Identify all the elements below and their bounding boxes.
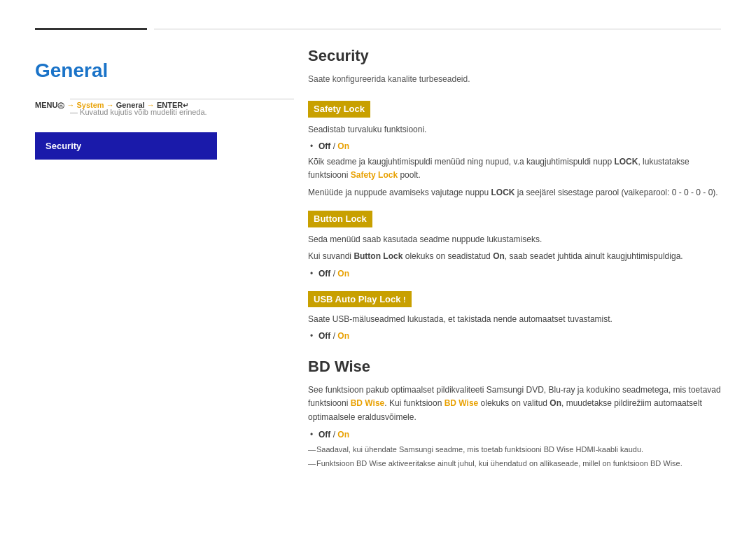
safety-lock-offon: Off / On xyxy=(318,141,349,151)
sidebar-item-security[interactable]: Security xyxy=(35,132,217,160)
page-wrapper: General MENU㊂ → System → General → ENTER… xyxy=(0,0,756,534)
top-line-light xyxy=(154,29,721,29)
footnote-text: — Kuvatud kujutis võib mudeliti erineda. xyxy=(70,108,207,116)
button-lock-on: On xyxy=(337,269,349,279)
button-lock-section: Button Lock Seda menüüd saab kasutada se… xyxy=(308,206,721,280)
bd-wise-desc1: See funktsioon pakub optimaalset pildikv… xyxy=(308,384,721,424)
button-lock-bold1: Button Lock xyxy=(354,251,402,261)
usb-auto-lock-offon: Off / On xyxy=(318,331,349,341)
general-title: General xyxy=(35,56,259,85)
usb-auto-lock-off: Off xyxy=(318,331,330,341)
safety-lock-desc: Seadistab turvaluku funktsiooni. xyxy=(308,123,721,136)
top-lines xyxy=(35,28,721,30)
button-lock-body1: Kui suvandi Button Lock olekuks on seadi… xyxy=(308,250,721,263)
bd-wise-footnote2: Funktsioon BD Wise aktiveeritakse ainult… xyxy=(308,458,721,470)
safety-lock-bold2: LOCK xyxy=(491,188,515,197)
security-title: Security xyxy=(308,44,721,67)
bd-wise-gold1: BD Wise xyxy=(351,398,385,408)
bd-wise-footnote1: Saadaval, kui ühendate Samsungi seadme, … xyxy=(308,444,721,456)
bd-wise-fn2-bold2: BD Wise xyxy=(650,459,680,468)
right-panel: Security Saate konfigureerida kanalite t… xyxy=(308,44,721,470)
button-lock-desc: Seda menüüd saab kasutada seadme nuppude… xyxy=(308,233,721,246)
bd-wise-offon: Off / On xyxy=(318,430,349,440)
bd-wise-title: BD Wise xyxy=(308,355,721,378)
safety-lock-section: Safety Lock Seadistab turvaluku funktsio… xyxy=(308,97,721,199)
usb-exclaim: ! xyxy=(403,295,406,304)
usb-auto-lock-bullet: Off / On xyxy=(318,330,721,342)
bd-wise-off: Off xyxy=(318,430,330,440)
menu-label: MENU xyxy=(35,101,57,109)
safety-lock-gold: Safety Lock xyxy=(351,170,398,180)
usb-auto-lock-on: On xyxy=(337,331,349,341)
button-lock-offon: Off / On xyxy=(318,269,349,279)
safety-lock-body2: Menüüde ja nuppude avamiseks vajutage nu… xyxy=(308,186,721,199)
security-intro: Saate konfigureerida kanalite turbeseade… xyxy=(308,73,721,85)
footnote: — Kuvatud kujutis võib mudeliti erineda. xyxy=(70,99,294,118)
safety-lock-bold1: LOCK xyxy=(614,157,638,167)
usb-auto-lock-desc: Saate USB-mäluseadmed lukustada, et taki… xyxy=(308,313,721,325)
button-lock-off: Off xyxy=(318,269,330,279)
menu-symbol: ㊂ xyxy=(57,101,64,109)
safety-lock-on: On xyxy=(337,141,349,151)
bd-wise-on-bold: On xyxy=(550,398,561,408)
left-panel: General MENU㊂ → System → General → ENTER… xyxy=(35,56,259,160)
bd-wise-bullet: Off / On xyxy=(318,428,721,441)
bd-wise-on: On xyxy=(337,430,349,440)
button-lock-bold2: On xyxy=(493,251,505,261)
bd-wise-gold2: BD Wise xyxy=(444,398,479,408)
safety-lock-off: Off xyxy=(318,141,330,151)
button-lock-title: Button Lock xyxy=(308,211,372,227)
bd-wise-fn1-bold: BD Wise xyxy=(544,445,574,454)
safety-lock-bullet: Off / On xyxy=(318,140,721,153)
bd-wise-section: BD Wise See funktsioon pakub optimaalset… xyxy=(308,355,721,470)
safety-lock-body1: Kõik seadme ja kaugjuhtimispuldi menüüd … xyxy=(308,155,721,182)
button-lock-bullet: Off / On xyxy=(318,267,721,280)
usb-auto-lock-title: USB Auto Play Lock ! xyxy=(308,291,412,308)
usb-auto-lock-section: USB Auto Play Lock ! Saate USB-mäluseadm… xyxy=(308,287,721,343)
safety-lock-title: Safety Lock xyxy=(308,101,370,118)
bd-wise-fn2-bold1: BD Wise xyxy=(356,459,386,468)
top-line-dark xyxy=(35,28,147,30)
